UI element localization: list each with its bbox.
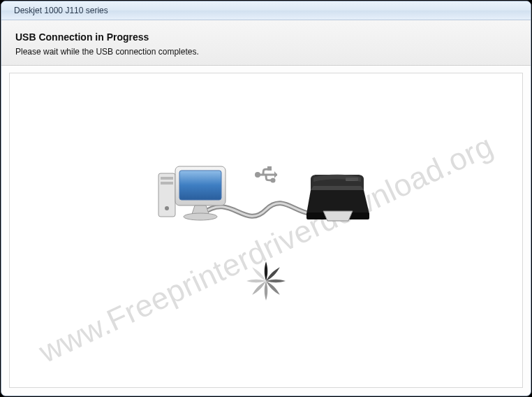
svg-rect-5 <box>179 171 221 200</box>
window-title: Deskjet 1000 J110 series <box>14 6 108 15</box>
svg-point-3 <box>165 206 169 210</box>
connection-illustration <box>154 154 378 238</box>
computer-monitor-icon <box>158 166 226 220</box>
loading-spinner-icon <box>244 259 288 303</box>
window-titlebar: Deskjet 1000 J110 series <box>1 1 531 20</box>
installer-window: Deskjet 1000 J110 series USB Connection … <box>1 1 531 396</box>
usb-symbol-icon <box>255 166 277 183</box>
page-subtitle: Please wait while the USB connection com… <box>15 47 517 57</box>
svg-point-6 <box>184 213 217 220</box>
svg-rect-8 <box>267 166 272 171</box>
header-panel: USB Connection in Progress Please wait w… <box>1 20 531 66</box>
printer-icon <box>306 175 369 222</box>
svg-rect-1 <box>161 177 173 180</box>
svg-point-9 <box>271 178 276 183</box>
page-title: USB Connection in Progress <box>15 31 517 43</box>
content-panel: www.Freeprinterdriverdownload.org <box>9 73 523 388</box>
svg-rect-2 <box>161 182 173 185</box>
